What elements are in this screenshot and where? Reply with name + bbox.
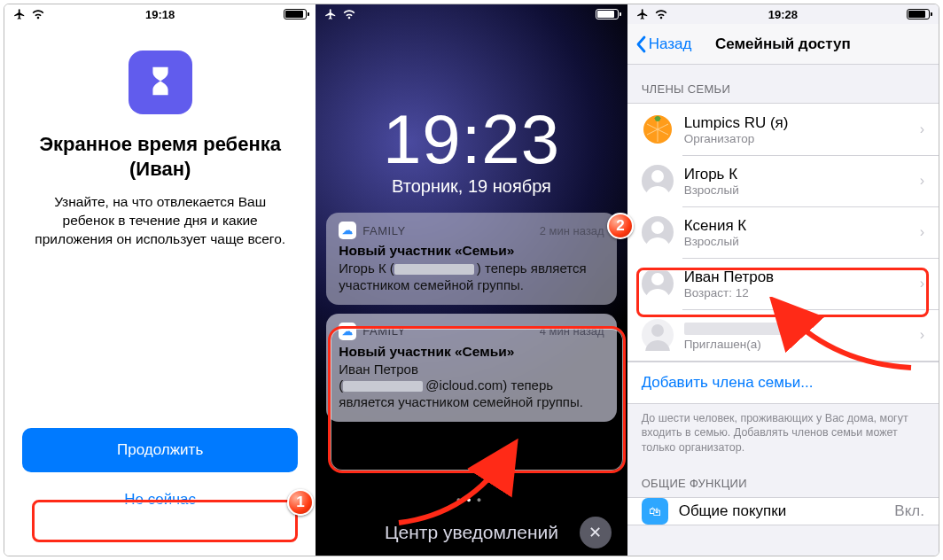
member-name xyxy=(684,320,909,338)
notif-app-name: FAMILY xyxy=(362,224,405,237)
status-time: 19:28 xyxy=(627,8,939,21)
svg-point-3 xyxy=(651,222,664,234)
lock-clock: 19:23 xyxy=(316,99,627,180)
status-bar xyxy=(316,4,627,24)
avatar xyxy=(642,319,674,351)
section-header-shared: ОБЩИЕ ФУНКЦИИ xyxy=(627,471,939,497)
member-role: Организатор xyxy=(684,132,909,145)
member-status: Приглашен(а) xyxy=(684,338,909,351)
annotation-marker-1: 1 xyxy=(287,489,314,516)
avatar xyxy=(642,165,674,197)
nav-bar: Назад Семейный доступ xyxy=(627,24,939,65)
add-member-button[interactable]: Добавить члена семьи... xyxy=(627,362,939,403)
shared-purchases-row[interactable]: 🛍︎ Общие покупки Вкл. xyxy=(627,498,939,525)
shopping-icon: 🛍︎ xyxy=(642,498,668,525)
notif-title: Новый участник «Семьи» xyxy=(339,243,604,259)
member-row-organizer[interactable]: Lumpics RU (я) Организатор › xyxy=(627,104,939,155)
page-dots: ●●● xyxy=(316,495,627,504)
member-role: Взрослый xyxy=(684,183,909,197)
status-bar: 19:28 xyxy=(627,4,939,24)
status-bar: 19:18 xyxy=(4,4,316,24)
member-name: Ксения К xyxy=(684,217,909,235)
section-header-members: ЧЛЕНЫ СЕМЬИ xyxy=(627,65,939,103)
battery-icon xyxy=(596,9,619,19)
family-app-icon: ☁︎ xyxy=(339,222,356,239)
member-name: Игорь К xyxy=(684,166,909,183)
svg-point-5 xyxy=(651,324,664,337)
notification-center-label: Центр уведомлений xyxy=(385,522,558,543)
svg-point-2 xyxy=(651,170,664,183)
chevron-right-icon: › xyxy=(920,173,924,189)
chevron-right-icon: › xyxy=(920,121,924,137)
annotation-ring-1 xyxy=(32,500,298,542)
screen-time-setup-pane: 19:18 Экранное время ребенка(Иван) Узнай… xyxy=(4,4,316,556)
notif-body: Игорь К () теперь является участником се… xyxy=(339,261,604,294)
section-footer: До шести человек, проживающих у Вас дома… xyxy=(627,404,939,472)
annotation-marker-2: 2 xyxy=(607,213,634,239)
lock-date: Вторник, 19 ноября xyxy=(316,176,627,197)
close-icon[interactable]: ✕ xyxy=(580,517,612,548)
member-name: Lumpics RU (я) xyxy=(684,114,909,132)
battery-icon xyxy=(907,9,930,19)
battery-icon xyxy=(284,9,307,19)
avatar xyxy=(642,113,674,145)
nav-title: Семейный доступ xyxy=(627,35,939,53)
setup-title: Экранное время ребенка(Иван) xyxy=(31,132,289,181)
wifi-icon xyxy=(654,9,668,19)
airplane-icon xyxy=(13,8,26,20)
row-label: Общие покупки xyxy=(679,502,885,520)
member-row[interactable]: Ксения К Взрослый › xyxy=(627,206,939,258)
continue-button[interactable]: Продолжить xyxy=(22,428,298,472)
member-role: Взрослый xyxy=(684,235,909,248)
hourglass-icon xyxy=(129,51,192,114)
chevron-right-icon: › xyxy=(920,327,924,343)
notif-timestamp: 2 мин назад xyxy=(540,224,604,237)
annotation-ring-notif xyxy=(328,326,626,473)
airplane-icon xyxy=(636,8,649,20)
member-row[interactable]: Игорь К Взрослый › xyxy=(627,155,939,206)
setup-description: Узнайте, на что отвлекается Ваш ребенок … xyxy=(31,193,289,249)
notification-card[interactable]: ☁︎ FAMILY 2 мин назад Новый участник «Се… xyxy=(326,213,616,305)
status-time: 19:18 xyxy=(4,8,316,21)
annotation-ring-member xyxy=(636,268,929,317)
avatar xyxy=(642,216,674,248)
wifi-icon xyxy=(342,9,356,19)
members-list: Lumpics RU (я) Организатор › Игорь К Взр… xyxy=(627,103,939,362)
chevron-right-icon: › xyxy=(920,224,924,240)
airplane-icon xyxy=(324,8,337,20)
row-status: Вкл. xyxy=(894,502,924,520)
wifi-icon xyxy=(31,9,45,19)
redacted-icon xyxy=(394,264,474,275)
